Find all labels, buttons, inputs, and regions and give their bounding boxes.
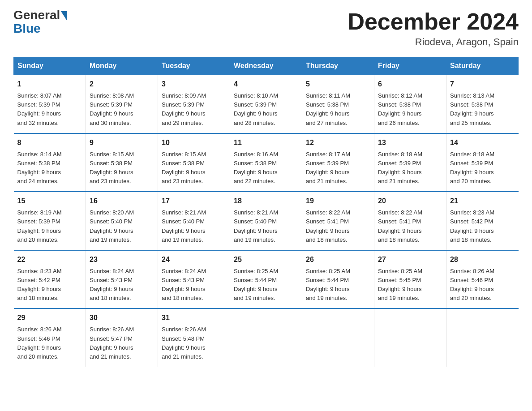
calendar-day-cell: 9 Sunrise: 8:15 AMSunset: 5:38 PMDayligh… [86,133,158,192]
day-number: 8 [17,137,82,148]
calendar-day-cell: 11 Sunrise: 8:16 AMSunset: 5:38 PMDaylig… [230,133,302,192]
day-number: 26 [306,254,370,265]
calendar-day-cell: 27 Sunrise: 8:25 AMSunset: 5:45 PMDaylig… [374,250,446,309]
month-year-title: December 2024 [348,9,519,34]
calendar-header-row: SundayMondayTuesdayWednesdayThursdayFrid… [14,57,519,75]
day-number: 29 [17,313,82,323]
calendar-day-cell: 16 Sunrise: 8:20 AMSunset: 5:40 PMDaylig… [86,192,158,250]
calendar-day-cell: 17 Sunrise: 8:21 AMSunset: 5:40 PMDaylig… [158,192,230,250]
day-info: Sunrise: 8:19 AMSunset: 5:39 PMDaylight:… [17,209,62,243]
day-number: 7 [450,79,515,90]
day-info: Sunrise: 8:25 AMSunset: 5:44 PMDaylight:… [306,268,350,301]
day-info: Sunrise: 8:18 AMSunset: 5:39 PMDaylight:… [378,151,422,184]
day-number: 28 [450,254,515,265]
day-info: Sunrise: 8:14 AMSunset: 5:38 PMDaylight:… [17,151,62,184]
calendar-week-row: 1 Sunrise: 8:07 AMSunset: 5:39 PMDayligh… [14,75,519,133]
calendar-day-cell: 14 Sunrise: 8:18 AMSunset: 5:39 PMDaylig… [446,133,519,192]
day-number: 14 [450,137,515,148]
day-of-week-header: Tuesday [158,57,230,75]
day-info: Sunrise: 8:18 AMSunset: 5:39 PMDaylight:… [450,151,494,184]
title-area: December 2024 Riodeva, Aragon, Spain [348,9,519,48]
day-info: Sunrise: 8:11 AMSunset: 5:38 PMDaylight:… [306,92,350,126]
day-of-week-header: Saturday [446,57,519,75]
day-of-week-header: Monday [86,57,158,75]
calendar-day-cell: 23 Sunrise: 8:24 AMSunset: 5:43 PMDaylig… [86,250,158,309]
logo: General Blue [13,9,68,36]
calendar-day-cell: 1 Sunrise: 8:07 AMSunset: 5:39 PMDayligh… [14,75,86,133]
calendar-day-cell [230,308,302,367]
day-info: Sunrise: 8:20 AMSunset: 5:40 PMDaylight:… [90,209,134,243]
day-info: Sunrise: 8:16 AMSunset: 5:38 PMDaylight:… [234,151,278,184]
day-number: 17 [162,196,226,206]
calendar-week-row: 29 Sunrise: 8:26 AMSunset: 5:46 PMDaylig… [14,308,519,367]
day-info: Sunrise: 8:15 AMSunset: 5:38 PMDaylight:… [162,151,206,184]
calendar-day-cell: 2 Sunrise: 8:08 AMSunset: 5:39 PMDayligh… [86,75,158,133]
calendar-day-cell: 19 Sunrise: 8:22 AMSunset: 5:41 PMDaylig… [302,192,374,250]
day-number: 1 [17,79,82,90]
calendar-day-cell: 8 Sunrise: 8:14 AMSunset: 5:38 PMDayligh… [14,133,86,192]
calendar-table: SundayMondayTuesdayWednesdayThursdayFrid… [13,57,519,367]
calendar-day-cell: 31 Sunrise: 8:26 AMSunset: 5:48 PMDaylig… [158,308,230,367]
day-info: Sunrise: 8:21 AMSunset: 5:40 PMDaylight:… [162,209,206,243]
day-number: 21 [450,196,515,206]
calendar-day-cell: 20 Sunrise: 8:22 AMSunset: 5:41 PMDaylig… [374,192,446,250]
day-info: Sunrise: 8:17 AMSunset: 5:39 PMDaylight:… [306,151,350,184]
day-info: Sunrise: 8:09 AMSunset: 5:39 PMDaylight:… [162,92,206,126]
day-number: 31 [162,313,226,323]
day-info: Sunrise: 8:21 AMSunset: 5:40 PMDaylight:… [234,209,278,243]
day-number: 5 [306,79,370,90]
calendar-week-row: 22 Sunrise: 8:23 AMSunset: 5:42 PMDaylig… [14,250,519,309]
calendar-day-cell [302,308,374,367]
day-info: Sunrise: 8:26 AMSunset: 5:47 PMDaylight:… [90,326,134,360]
day-number: 6 [378,79,442,90]
day-number: 23 [90,254,154,265]
day-number: 4 [234,79,298,90]
calendar-week-row: 8 Sunrise: 8:14 AMSunset: 5:38 PMDayligh… [14,133,519,192]
day-info: Sunrise: 8:22 AMSunset: 5:41 PMDaylight:… [306,209,350,243]
location-subtitle: Riodeva, Aragon, Spain [348,36,519,48]
calendar-day-cell: 5 Sunrise: 8:11 AMSunset: 5:38 PMDayligh… [302,75,374,133]
day-of-week-header: Friday [374,57,446,75]
calendar-day-cell: 13 Sunrise: 8:18 AMSunset: 5:39 PMDaylig… [374,133,446,192]
calendar-day-cell: 15 Sunrise: 8:19 AMSunset: 5:39 PMDaylig… [14,192,86,250]
day-info: Sunrise: 8:26 AMSunset: 5:46 PMDaylight:… [450,268,494,301]
calendar-day-cell [374,308,446,367]
calendar-day-cell: 25 Sunrise: 8:25 AMSunset: 5:44 PMDaylig… [230,250,302,309]
day-info: Sunrise: 8:12 AMSunset: 5:38 PMDaylight:… [378,92,422,126]
day-info: Sunrise: 8:25 AMSunset: 5:44 PMDaylight:… [234,268,278,301]
day-of-week-header: Wednesday [230,57,302,75]
day-number: 12 [306,137,370,148]
calendar-day-cell: 28 Sunrise: 8:26 AMSunset: 5:46 PMDaylig… [446,250,519,309]
day-info: Sunrise: 8:24 AMSunset: 5:43 PMDaylight:… [90,268,134,301]
calendar-day-cell: 24 Sunrise: 8:24 AMSunset: 5:43 PMDaylig… [158,250,230,309]
day-number: 3 [162,79,226,90]
day-number: 16 [90,196,154,206]
calendar-day-cell: 4 Sunrise: 8:10 AMSunset: 5:39 PMDayligh… [230,75,302,133]
day-number: 13 [378,137,442,148]
day-number: 22 [17,254,82,265]
calendar-day-cell: 6 Sunrise: 8:12 AMSunset: 5:38 PMDayligh… [374,75,446,133]
calendar-day-cell [446,308,519,367]
day-of-week-header: Thursday [302,57,374,75]
day-info: Sunrise: 8:08 AMSunset: 5:39 PMDaylight:… [90,92,134,126]
day-info: Sunrise: 8:26 AMSunset: 5:48 PMDaylight:… [162,326,206,360]
calendar-day-cell: 12 Sunrise: 8:17 AMSunset: 5:39 PMDaylig… [302,133,374,192]
day-info: Sunrise: 8:15 AMSunset: 5:38 PMDaylight:… [90,151,134,184]
logo-general-text: General [13,9,60,21]
calendar-day-cell: 3 Sunrise: 8:09 AMSunset: 5:39 PMDayligh… [158,75,230,133]
day-info: Sunrise: 8:22 AMSunset: 5:41 PMDaylight:… [378,209,422,243]
calendar-day-cell: 21 Sunrise: 8:23 AMSunset: 5:42 PMDaylig… [446,192,519,250]
day-info: Sunrise: 8:26 AMSunset: 5:46 PMDaylight:… [17,326,62,360]
page-header: General Blue December 2024 Riodeva, Arag… [13,9,519,48]
day-info: Sunrise: 8:25 AMSunset: 5:45 PMDaylight:… [378,268,422,301]
calendar-day-cell: 29 Sunrise: 8:26 AMSunset: 5:46 PMDaylig… [14,308,86,367]
day-info: Sunrise: 8:23 AMSunset: 5:42 PMDaylight:… [17,268,62,301]
calendar-day-cell: 10 Sunrise: 8:15 AMSunset: 5:38 PMDaylig… [158,133,230,192]
calendar-day-cell: 30 Sunrise: 8:26 AMSunset: 5:47 PMDaylig… [86,308,158,367]
day-info: Sunrise: 8:23 AMSunset: 5:42 PMDaylight:… [450,209,494,243]
day-number: 10 [162,137,226,148]
day-info: Sunrise: 8:13 AMSunset: 5:38 PMDaylight:… [450,92,494,126]
calendar-day-cell: 26 Sunrise: 8:25 AMSunset: 5:44 PMDaylig… [302,250,374,309]
day-number: 25 [234,254,298,265]
calendar-day-cell: 7 Sunrise: 8:13 AMSunset: 5:38 PMDayligh… [446,75,519,133]
